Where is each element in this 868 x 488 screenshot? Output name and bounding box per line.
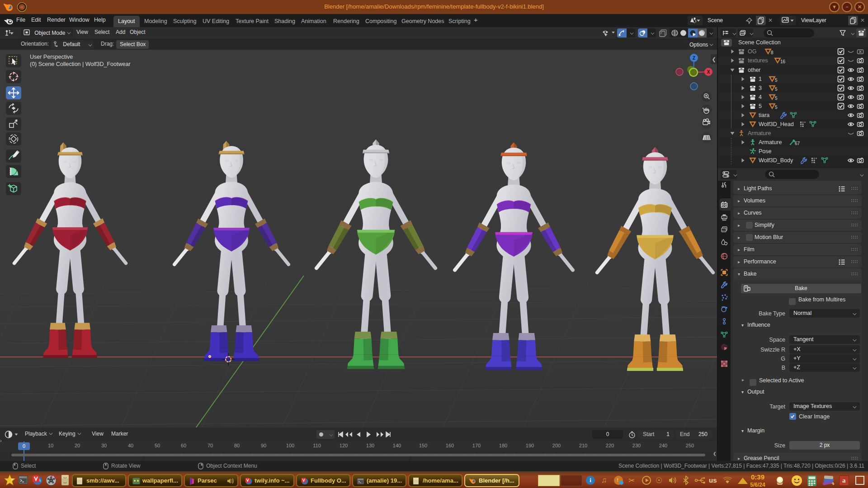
- svg-text:Z: Z: [693, 56, 695, 61]
- svg-text:X: X: [707, 70, 710, 75]
